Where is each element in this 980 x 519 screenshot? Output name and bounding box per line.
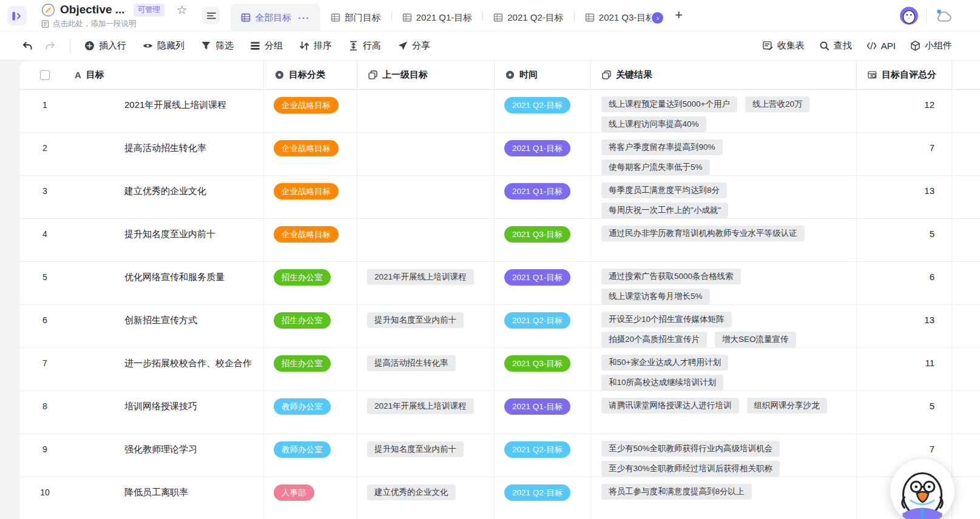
cell-parent-goal[interactable]: [357, 90, 494, 132]
sync-cloud-icon[interactable]: [934, 8, 953, 24]
group-button[interactable]: 分组: [250, 40, 283, 52]
sort-button[interactable]: 排序: [299, 40, 332, 52]
add-description-button[interactable]: 点击此处，添加一段说明: [41, 19, 187, 29]
column-header-kr[interactable]: 关键结果: [590, 61, 856, 89]
cell-score[interactable]: 5: [856, 391, 951, 434]
cell-key-results[interactable]: 线上课程预定量达到5000+个用户线上营收20万线上课程访问率提高40%: [590, 90, 856, 132]
cell-time[interactable]: 2021 Q1-目标: [494, 391, 590, 434]
cell-parent-goal[interactable]: 2021年开展线上培训课程: [357, 262, 494, 304]
cell-row-number[interactable]: 5: [20, 262, 70, 304]
user-avatar[interactable]: [900, 7, 918, 25]
cell-parent-goal[interactable]: [357, 133, 494, 175]
cell-time[interactable]: 2021 Q2-目标: [494, 477, 590, 519]
cell-time[interactable]: 2021 Q2-目标: [494, 434, 590, 477]
cell-goal[interactable]: 提升知名度至业内前十: [70, 219, 263, 261]
sheet-tab-4[interactable]: 2021 Q3-目标›: [575, 4, 666, 32]
column-header-goal[interactable]: A目标: [70, 61, 263, 89]
cell-score[interactable]: 13: [856, 305, 951, 347]
cell-category[interactable]: 教师办公室: [263, 434, 357, 477]
cell-score[interactable]: 11: [856, 348, 951, 390]
cell-time[interactable]: 2021 Q1-目标: [494, 262, 590, 304]
cell-score[interactable]: 7: [856, 133, 951, 175]
undo-button[interactable]: [22, 41, 33, 51]
cell-time[interactable]: 2021 Q3-目标: [494, 219, 590, 261]
cell-row-number[interactable]: 4: [20, 219, 70, 261]
tab-more-icon[interactable]: ···: [298, 13, 310, 23]
cell-category[interactable]: 企业战略目标: [263, 176, 357, 218]
cell-row-number[interactable]: 10: [20, 477, 70, 519]
cell-key-results[interactable]: 开设至少10个招生宣传媒体矩阵拍摄20个高质招生宣传片增大SEO流量宣传: [590, 305, 856, 347]
cell-row-number[interactable]: 1: [20, 90, 70, 132]
cell-key-results[interactable]: 将客户季度留存率提高到90%使每期客户流失率低于5%: [590, 133, 856, 175]
cell-goal[interactable]: 2021年开展线上培训课程: [70, 90, 263, 132]
cell-parent-goal[interactable]: 提升知名度至业内前十: [357, 305, 494, 347]
column-header-score[interactable]: 目标自评总分: [856, 61, 951, 89]
find-button[interactable]: 查找: [819, 40, 852, 52]
cell-category[interactable]: 招生办公室: [263, 262, 357, 304]
cell-goal[interactable]: 降低员工离职率: [70, 477, 263, 519]
cell-time[interactable]: 2021 Q1-目标: [494, 176, 590, 218]
cell-row-number[interactable]: 8: [20, 391, 70, 434]
hide-columns-button[interactable]: 隐藏列: [143, 40, 184, 52]
cell-key-results[interactable]: 将员工参与度和满意度提高到8分以上: [590, 477, 856, 519]
cell-row-number[interactable]: 7: [20, 348, 70, 390]
cell-parent-goal[interactable]: 提高活动招生转化率: [357, 348, 494, 390]
cell-parent-goal[interactable]: 2021年开展线上培训课程: [357, 391, 494, 434]
cell-category[interactable]: 招生办公室: [263, 348, 357, 390]
cell-goal[interactable]: 创新招生宣传方式: [70, 305, 263, 347]
cell-row-number[interactable]: 9: [20, 434, 70, 477]
cell-category[interactable]: 企业战略目标: [263, 219, 357, 261]
filter-button[interactable]: 筛选: [201, 40, 234, 52]
cell-goal[interactable]: 培训网络授课技巧: [70, 391, 263, 434]
cell-goal[interactable]: 强化教师理论学习: [70, 434, 263, 477]
cell-time[interactable]: 2021 Q2-目标: [494, 90, 590, 132]
sheet-tab-2[interactable]: 2021 Q1-目标: [392, 4, 483, 32]
row-height-button[interactable]: 行高: [348, 40, 381, 52]
cell-key-results[interactable]: 和50+家企业达成人才聘用计划和10所高校达成继续培训计划: [590, 348, 856, 390]
redo-button[interactable]: [45, 41, 56, 51]
cell-key-results[interactable]: 每季度员工满意度平均达到8分每周庆祝一次工作上的"小成就": [590, 176, 856, 218]
collect-form-button[interactable]: 收集表: [763, 40, 805, 52]
select-all-checkbox[interactable]: [40, 70, 50, 80]
add-sheet-button[interactable]: +: [675, 8, 683, 31]
cell-goal[interactable]: 进一步拓展校校合作、校企合作: [70, 348, 263, 390]
assistant-mascot-button[interactable]: [890, 459, 955, 519]
cell-category[interactable]: 教师办公室: [263, 391, 357, 434]
cell-key-results[interactable]: 至少有50%全职教师获得行业内高级培训机会至少有30%全职教师经过培训后获得相关…: [590, 434, 856, 477]
cell-time[interactable]: 2021 Q3-目标: [494, 348, 590, 390]
cell-goal[interactable]: 提高活动招生转化率: [70, 133, 263, 175]
cell-parent-goal[interactable]: [357, 219, 494, 261]
column-header-parent[interactable]: 上一级目标: [357, 61, 494, 89]
star-icon[interactable]: ☆: [177, 3, 187, 17]
sheet-tab-1[interactable]: 部门目标: [320, 4, 391, 32]
cell-score[interactable]: 12: [856, 90, 951, 132]
cell-parent-goal[interactable]: 建立优秀的企业文化: [357, 477, 494, 519]
cell-row-number[interactable]: 6: [20, 305, 70, 347]
cell-key-results[interactable]: 通过民办非学历教育培训机构教师专业水平等级认证: [590, 219, 856, 261]
column-header-time[interactable]: 时间: [494, 61, 590, 89]
cell-goal[interactable]: 建立优秀的企业文化: [70, 176, 263, 218]
widget-button[interactable]: 小组件: [910, 40, 952, 52]
cell-key-results[interactable]: 通过搜索广告获取5000条合格线索线上课堂访客每月增长5%: [590, 262, 856, 304]
cell-score[interactable]: 13: [856, 176, 951, 218]
cell-time[interactable]: 2021 Q2-目标: [494, 305, 590, 347]
insert-row-button[interactable]: 插入行: [84, 40, 126, 52]
sheet-tab-0[interactable]: 全部目标···: [231, 4, 320, 32]
sheet-list-menu-button[interactable]: [203, 7, 220, 24]
sidebar-toggle-button[interactable]: [7, 6, 27, 25]
cell-category[interactable]: 企业战略目标: [263, 90, 357, 132]
cell-row-number[interactable]: 2: [20, 133, 70, 175]
cell-row-number[interactable]: 3: [20, 176, 70, 218]
cell-time[interactable]: 2021 Q1-目标: [494, 133, 590, 175]
sheet-tab-3[interactable]: 2021 Q2-目标: [483, 4, 574, 32]
cell-score[interactable]: 5: [856, 219, 951, 261]
cell-category[interactable]: 人事部: [263, 477, 357, 519]
share-button[interactable]: 分享: [397, 40, 430, 52]
cell-goal[interactable]: 优化网络宣传和服务质量: [70, 262, 263, 304]
cell-category[interactable]: 企业战略目标: [263, 133, 357, 175]
api-button[interactable]: API: [867, 40, 896, 52]
cell-parent-goal[interactable]: [357, 176, 494, 218]
cell-parent-goal[interactable]: 提升知名度至业内前十: [357, 434, 494, 477]
column-header-category[interactable]: 目标分类: [263, 61, 357, 89]
column-header-num[interactable]: [20, 61, 70, 89]
